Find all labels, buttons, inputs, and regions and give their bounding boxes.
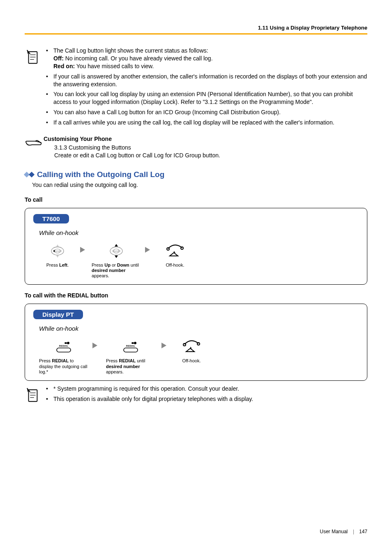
svg-marker-20 bbox=[119, 250, 121, 252]
svg-point-26 bbox=[67, 342, 69, 344]
step-text: Press Left. bbox=[39, 263, 76, 268]
svg-text:REDIAL: REDIAL bbox=[59, 345, 69, 347]
note-block-2: * System programming is required for thi… bbox=[25, 385, 367, 405]
breadcrumb: 1.11 Using a Display Proprietary Telepho… bbox=[258, 25, 367, 31]
navigator-key-updown-icon: ENTER bbox=[92, 242, 141, 260]
redial-button-icon: REDIAL bbox=[39, 338, 88, 356]
list-item: This operation is available only for dig… bbox=[44, 395, 367, 403]
svg-text:ENTER: ENTER bbox=[113, 250, 119, 252]
svg-point-23 bbox=[181, 247, 183, 249]
navigator-key-left-icon: ENTER bbox=[39, 242, 76, 260]
svg-marker-29 bbox=[92, 343, 97, 348]
list-item: You can also have a Call Log button for … bbox=[44, 108, 367, 116]
page-header: 1.11 Using a Display Proprietary Telepho… bbox=[25, 25, 367, 35]
step-text: Off-hook. bbox=[173, 358, 210, 364]
arrow-right-icon bbox=[92, 338, 100, 350]
proc1-heading: To call bbox=[25, 196, 367, 203]
svg-marker-19 bbox=[112, 250, 113, 252]
model-tag: Display PT bbox=[33, 310, 83, 319]
svg-marker-21 bbox=[145, 247, 150, 253]
step-text: Press REDIAL to display the outgoing cal… bbox=[39, 358, 88, 375]
svg-marker-24 bbox=[174, 251, 175, 253]
offhook-icon bbox=[157, 242, 194, 260]
section-title-row: Calling with the Outgoing Call Log bbox=[25, 170, 367, 179]
svg-point-35 bbox=[183, 343, 186, 346]
svg-marker-13 bbox=[80, 247, 85, 253]
svg-rect-33 bbox=[124, 348, 138, 352]
context-label: While on-hook bbox=[39, 325, 359, 332]
model-tag: T7600 bbox=[33, 214, 69, 223]
list-item: You can lock your call log display by us… bbox=[44, 90, 367, 106]
section-title: Calling with the Outgoing Call Log bbox=[37, 170, 164, 179]
svg-marker-9 bbox=[56, 244, 59, 246]
arrow-right-icon bbox=[80, 242, 88, 254]
svg-marker-10 bbox=[56, 256, 59, 258]
note-block-1: The Call Log button light shows the curr… bbox=[25, 47, 367, 129]
customise-heading: Customising Your Phone bbox=[44, 136, 367, 142]
notepad-icon bbox=[25, 47, 44, 67]
list-item: If a call arrives while you are using th… bbox=[44, 119, 367, 127]
context-label: While on-hook bbox=[39, 229, 359, 236]
list-item: The Call Log button light shows the curr… bbox=[44, 47, 367, 70]
page-number: 147 bbox=[359, 529, 367, 534]
list-item: If your call is answered by another exte… bbox=[44, 73, 367, 88]
step-text: Press REDIAL until desired number appear… bbox=[106, 358, 155, 375]
page-footer: User Manual 147 bbox=[25, 529, 367, 534]
pointing-hand-icon bbox=[25, 136, 44, 150]
diamond-bullets-icon bbox=[25, 173, 34, 177]
svg-marker-34 bbox=[161, 343, 166, 348]
proc2-heading: To call with the REDIAL button bbox=[25, 292, 367, 299]
arrow-right-icon bbox=[145, 242, 152, 254]
svg-point-36 bbox=[197, 343, 200, 345]
svg-marker-37 bbox=[190, 347, 192, 348]
note-list: * System programming is required for thi… bbox=[44, 385, 367, 403]
step-text: Off-hook. bbox=[157, 263, 194, 268]
redial-button-icon: REDIAL bbox=[104, 338, 157, 356]
procedure-box-2: Display PT While on-hook REDIAL Press RE… bbox=[25, 304, 367, 381]
svg-point-22 bbox=[167, 248, 169, 250]
notepad-icon bbox=[25, 385, 44, 405]
svg-point-25 bbox=[65, 342, 67, 344]
svg-marker-12 bbox=[60, 250, 62, 252]
svg-point-30 bbox=[131, 342, 134, 344]
section-intro: You can redial using the outgoing call l… bbox=[32, 182, 367, 188]
svg-marker-17 bbox=[115, 244, 118, 246]
svg-marker-18 bbox=[115, 256, 118, 258]
svg-rect-28 bbox=[57, 348, 71, 352]
procedure-box-1: T7600 While on-hook ENTER Pr bbox=[25, 208, 367, 285]
list-item: * System programming is required for thi… bbox=[44, 385, 367, 393]
offhook-icon bbox=[173, 338, 210, 356]
step-text: Press Up or Down until desired number ap… bbox=[92, 263, 141, 279]
note-list: The Call Log button light shows the curr… bbox=[44, 47, 367, 127]
footer-label: User Manual bbox=[320, 529, 348, 534]
svg-text:REDIAL: REDIAL bbox=[126, 345, 136, 347]
svg-text:ENTER: ENTER bbox=[55, 250, 60, 252]
svg-marker-11 bbox=[53, 250, 55, 252]
svg-point-31 bbox=[134, 342, 136, 344]
customise-block: Customising Your Phone 3.1.3 Customising… bbox=[25, 136, 367, 159]
arrow-right-icon bbox=[161, 338, 169, 350]
